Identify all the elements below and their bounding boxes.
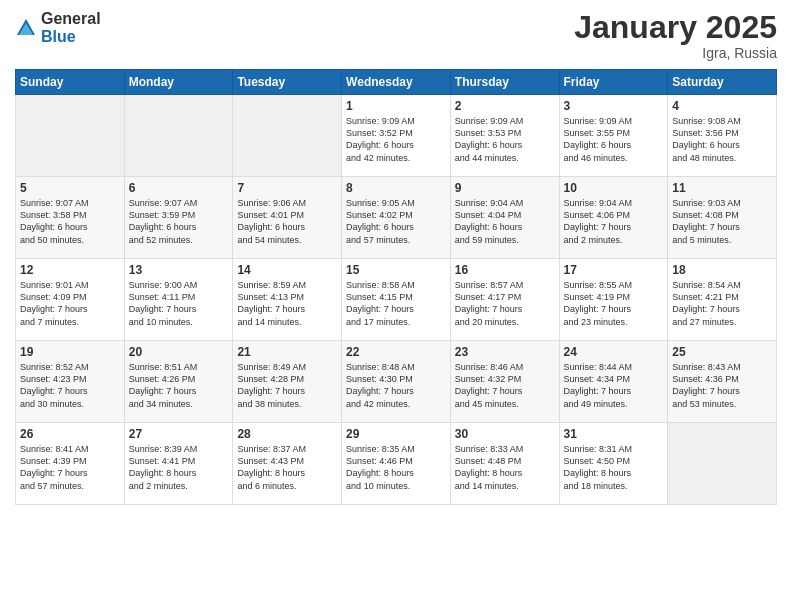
calendar-day-cell: 24Sunrise: 8:44 AM Sunset: 4:34 PM Dayli… xyxy=(559,341,668,423)
day-info: Sunrise: 9:05 AM Sunset: 4:02 PM Dayligh… xyxy=(346,197,446,246)
day-info: Sunrise: 9:04 AM Sunset: 4:06 PM Dayligh… xyxy=(564,197,664,246)
calendar-week-row: 26Sunrise: 8:41 AM Sunset: 4:39 PM Dayli… xyxy=(16,423,777,505)
day-header: Monday xyxy=(124,70,233,95)
day-number: 9 xyxy=(455,181,555,195)
day-info: Sunrise: 8:41 AM Sunset: 4:39 PM Dayligh… xyxy=(20,443,120,492)
day-number: 24 xyxy=(564,345,664,359)
calendar-day-cell xyxy=(233,95,342,177)
calendar-day-cell: 25Sunrise: 8:43 AM Sunset: 4:36 PM Dayli… xyxy=(668,341,777,423)
day-number: 8 xyxy=(346,181,446,195)
day-number: 22 xyxy=(346,345,446,359)
day-number: 15 xyxy=(346,263,446,277)
day-number: 29 xyxy=(346,427,446,441)
calendar-day-cell: 18Sunrise: 8:54 AM Sunset: 4:21 PM Dayli… xyxy=(668,259,777,341)
day-info: Sunrise: 8:58 AM Sunset: 4:15 PM Dayligh… xyxy=(346,279,446,328)
day-number: 11 xyxy=(672,181,772,195)
day-info: Sunrise: 9:04 AM Sunset: 4:04 PM Dayligh… xyxy=(455,197,555,246)
calendar-day-cell: 4Sunrise: 9:08 AM Sunset: 3:56 PM Daylig… xyxy=(668,95,777,177)
day-info: Sunrise: 8:54 AM Sunset: 4:21 PM Dayligh… xyxy=(672,279,772,328)
day-info: Sunrise: 9:07 AM Sunset: 3:58 PM Dayligh… xyxy=(20,197,120,246)
day-header: Tuesday xyxy=(233,70,342,95)
calendar-day-cell: 23Sunrise: 8:46 AM Sunset: 4:32 PM Dayli… xyxy=(450,341,559,423)
calendar-day-cell xyxy=(16,95,125,177)
day-info: Sunrise: 8:37 AM Sunset: 4:43 PM Dayligh… xyxy=(237,443,337,492)
day-number: 23 xyxy=(455,345,555,359)
calendar-day-cell: 13Sunrise: 9:00 AM Sunset: 4:11 PM Dayli… xyxy=(124,259,233,341)
calendar-day-cell: 30Sunrise: 8:33 AM Sunset: 4:48 PM Dayli… xyxy=(450,423,559,505)
day-info: Sunrise: 9:00 AM Sunset: 4:11 PM Dayligh… xyxy=(129,279,229,328)
day-header: Saturday xyxy=(668,70,777,95)
calendar-day-cell xyxy=(668,423,777,505)
logo-general: General xyxy=(41,10,101,28)
calendar: SundayMondayTuesdayWednesdayThursdayFrid… xyxy=(15,69,777,505)
day-number: 1 xyxy=(346,99,446,113)
calendar-day-cell: 1Sunrise: 9:09 AM Sunset: 3:52 PM Daylig… xyxy=(342,95,451,177)
calendar-week-row: 1Sunrise: 9:09 AM Sunset: 3:52 PM Daylig… xyxy=(16,95,777,177)
logo: General Blue xyxy=(15,10,101,45)
day-info: Sunrise: 8:51 AM Sunset: 4:26 PM Dayligh… xyxy=(129,361,229,410)
calendar-day-cell: 20Sunrise: 8:51 AM Sunset: 4:26 PM Dayli… xyxy=(124,341,233,423)
day-info: Sunrise: 8:49 AM Sunset: 4:28 PM Dayligh… xyxy=(237,361,337,410)
day-number: 10 xyxy=(564,181,664,195)
calendar-day-cell: 15Sunrise: 8:58 AM Sunset: 4:15 PM Dayli… xyxy=(342,259,451,341)
day-info: Sunrise: 8:52 AM Sunset: 4:23 PM Dayligh… xyxy=(20,361,120,410)
day-info: Sunrise: 8:46 AM Sunset: 4:32 PM Dayligh… xyxy=(455,361,555,410)
day-info: Sunrise: 8:55 AM Sunset: 4:19 PM Dayligh… xyxy=(564,279,664,328)
day-number: 25 xyxy=(672,345,772,359)
day-number: 21 xyxy=(237,345,337,359)
day-info: Sunrise: 8:33 AM Sunset: 4:48 PM Dayligh… xyxy=(455,443,555,492)
day-number: 13 xyxy=(129,263,229,277)
day-number: 7 xyxy=(237,181,337,195)
day-info: Sunrise: 8:59 AM Sunset: 4:13 PM Dayligh… xyxy=(237,279,337,328)
calendar-week-row: 12Sunrise: 9:01 AM Sunset: 4:09 PM Dayli… xyxy=(16,259,777,341)
month-title: January 2025 xyxy=(574,10,777,45)
day-header: Friday xyxy=(559,70,668,95)
calendar-day-cell: 26Sunrise: 8:41 AM Sunset: 4:39 PM Dayli… xyxy=(16,423,125,505)
day-number: 27 xyxy=(129,427,229,441)
calendar-day-cell: 2Sunrise: 9:09 AM Sunset: 3:53 PM Daylig… xyxy=(450,95,559,177)
calendar-day-cell: 19Sunrise: 8:52 AM Sunset: 4:23 PM Dayli… xyxy=(16,341,125,423)
day-info: Sunrise: 8:31 AM Sunset: 4:50 PM Dayligh… xyxy=(564,443,664,492)
day-number: 12 xyxy=(20,263,120,277)
calendar-week-row: 5Sunrise: 9:07 AM Sunset: 3:58 PM Daylig… xyxy=(16,177,777,259)
calendar-day-cell: 22Sunrise: 8:48 AM Sunset: 4:30 PM Dayli… xyxy=(342,341,451,423)
day-number: 31 xyxy=(564,427,664,441)
day-info: Sunrise: 9:09 AM Sunset: 3:55 PM Dayligh… xyxy=(564,115,664,164)
title-block: January 2025 Igra, Russia xyxy=(574,10,777,61)
calendar-day-cell: 3Sunrise: 9:09 AM Sunset: 3:55 PM Daylig… xyxy=(559,95,668,177)
day-info: Sunrise: 8:48 AM Sunset: 4:30 PM Dayligh… xyxy=(346,361,446,410)
calendar-day-cell: 5Sunrise: 9:07 AM Sunset: 3:58 PM Daylig… xyxy=(16,177,125,259)
calendar-day-cell: 29Sunrise: 8:35 AM Sunset: 4:46 PM Dayli… xyxy=(342,423,451,505)
calendar-day-cell: 12Sunrise: 9:01 AM Sunset: 4:09 PM Dayli… xyxy=(16,259,125,341)
day-info: Sunrise: 8:35 AM Sunset: 4:46 PM Dayligh… xyxy=(346,443,446,492)
day-number: 4 xyxy=(672,99,772,113)
day-info: Sunrise: 9:08 AM Sunset: 3:56 PM Dayligh… xyxy=(672,115,772,164)
day-info: Sunrise: 8:57 AM Sunset: 4:17 PM Dayligh… xyxy=(455,279,555,328)
location: Igra, Russia xyxy=(574,45,777,61)
day-number: 16 xyxy=(455,263,555,277)
day-info: Sunrise: 8:43 AM Sunset: 4:36 PM Dayligh… xyxy=(672,361,772,410)
calendar-day-cell: 14Sunrise: 8:59 AM Sunset: 4:13 PM Dayli… xyxy=(233,259,342,341)
calendar-day-cell: 21Sunrise: 8:49 AM Sunset: 4:28 PM Dayli… xyxy=(233,341,342,423)
day-info: Sunrise: 9:06 AM Sunset: 4:01 PM Dayligh… xyxy=(237,197,337,246)
calendar-week-row: 19Sunrise: 8:52 AM Sunset: 4:23 PM Dayli… xyxy=(16,341,777,423)
calendar-day-cell: 11Sunrise: 9:03 AM Sunset: 4:08 PM Dayli… xyxy=(668,177,777,259)
calendar-day-cell xyxy=(124,95,233,177)
day-number: 2 xyxy=(455,99,555,113)
calendar-day-cell: 7Sunrise: 9:06 AM Sunset: 4:01 PM Daylig… xyxy=(233,177,342,259)
calendar-day-cell: 8Sunrise: 9:05 AM Sunset: 4:02 PM Daylig… xyxy=(342,177,451,259)
day-info: Sunrise: 8:44 AM Sunset: 4:34 PM Dayligh… xyxy=(564,361,664,410)
day-number: 6 xyxy=(129,181,229,195)
calendar-day-cell: 31Sunrise: 8:31 AM Sunset: 4:50 PM Dayli… xyxy=(559,423,668,505)
day-number: 26 xyxy=(20,427,120,441)
calendar-day-cell: 28Sunrise: 8:37 AM Sunset: 4:43 PM Dayli… xyxy=(233,423,342,505)
day-info: Sunrise: 9:09 AM Sunset: 3:53 PM Dayligh… xyxy=(455,115,555,164)
day-number: 14 xyxy=(237,263,337,277)
day-number: 5 xyxy=(20,181,120,195)
day-number: 28 xyxy=(237,427,337,441)
day-header: Wednesday xyxy=(342,70,451,95)
calendar-day-cell: 27Sunrise: 8:39 AM Sunset: 4:41 PM Dayli… xyxy=(124,423,233,505)
logo-blue: Blue xyxy=(41,28,101,46)
day-number: 20 xyxy=(129,345,229,359)
day-number: 3 xyxy=(564,99,664,113)
